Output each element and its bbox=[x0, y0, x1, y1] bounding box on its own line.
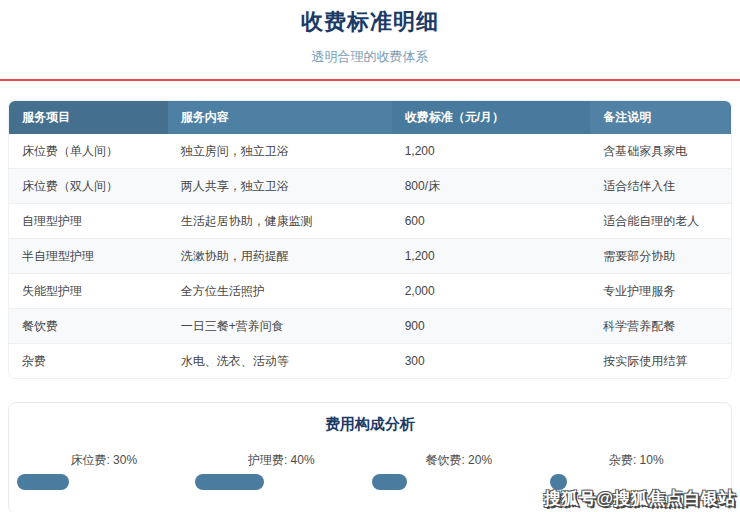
header-cell-service-item: 服务项目 bbox=[9, 101, 168, 134]
table-cell: 900 bbox=[392, 309, 591, 344]
chart-label: 床位费: 30% bbox=[17, 453, 191, 467]
header-cell-fee-standard: 收费标准（元/月） bbox=[392, 101, 591, 134]
chart-item-bed-fee: 床位费: 30% bbox=[15, 453, 193, 490]
table-cell: 床位费（单人间） bbox=[9, 134, 168, 169]
page-subtitle: 透明合理的收费体系 bbox=[0, 48, 740, 66]
table-row: 自理型护理 生活起居协助，健康监测 600 适合能自理的老人 bbox=[9, 204, 731, 239]
chart-item-nursing-fee: 护理费: 40% bbox=[193, 453, 371, 490]
table-cell: 800/床 bbox=[392, 169, 591, 204]
table-row: 半自理型护理 洗漱协助，用药提醒 1,200 需要部分协助 bbox=[9, 239, 731, 274]
red-divider bbox=[0, 79, 740, 81]
table-cell: 适合能自理的老人 bbox=[590, 204, 731, 239]
table-cell: 餐饮费 bbox=[9, 309, 168, 344]
chart-label: 杂费: 10% bbox=[550, 453, 724, 467]
table-cell: 两人共享，独立卫浴 bbox=[168, 169, 392, 204]
table-cell: 适合结伴入住 bbox=[590, 169, 731, 204]
table-cell: 按实际使用结算 bbox=[590, 344, 731, 378]
table-cell: 半自理型护理 bbox=[9, 239, 168, 274]
table-cell: 水电、洗衣、活动等 bbox=[168, 344, 392, 378]
table-row: 杂费 水电、洗衣、活动等 300 按实际使用结算 bbox=[9, 344, 731, 378]
table-cell: 科学营养配餐 bbox=[590, 309, 731, 344]
sohu-watermark: 搜狐号@搜狐焦点白银站 bbox=[544, 487, 736, 510]
table-cell: 1,200 bbox=[392, 134, 591, 169]
header-cell-remarks: 备注说明 bbox=[590, 101, 731, 134]
table-row: 失能型护理 全方位生活照护 2,000 专业护理服务 bbox=[9, 274, 731, 309]
chart-label: 餐饮费: 20% bbox=[372, 453, 546, 467]
table-cell: 1,200 bbox=[392, 239, 591, 274]
table-cell: 含基础家具家电 bbox=[590, 134, 731, 169]
table-cell: 自理型护理 bbox=[9, 204, 168, 239]
table-cell: 300 bbox=[392, 344, 591, 378]
cost-card-title: 费用构成分析 bbox=[9, 403, 731, 433]
chart-bar bbox=[195, 474, 264, 490]
fee-table-container: 服务项目 服务内容 收费标准（元/月） 备注说明 床位费（单人间） 独立房间，独… bbox=[8, 100, 732, 379]
table-cell: 杂费 bbox=[9, 344, 168, 378]
table-cell: 生活起居协助，健康监测 bbox=[168, 204, 392, 239]
table-cell: 2,000 bbox=[392, 274, 591, 309]
table-cell: 专业护理服务 bbox=[590, 274, 731, 309]
table-cell: 一日三餐+营养间食 bbox=[168, 309, 392, 344]
chart-bar bbox=[372, 474, 407, 490]
table-cell: 床位费（双人间） bbox=[9, 169, 168, 204]
chart-item-misc-fee: 杂费: 10% bbox=[548, 453, 726, 490]
table-cell: 失能型护理 bbox=[9, 274, 168, 309]
chart-item-meal-fee: 餐饮费: 20% bbox=[370, 453, 548, 490]
table-header-row: 服务项目 服务内容 收费标准（元/月） 备注说明 bbox=[9, 101, 731, 134]
fee-table: 服务项目 服务内容 收费标准（元/月） 备注说明 床位费（单人间） 独立房间，独… bbox=[9, 101, 731, 378]
cost-composition-chart: 床位费: 30% 护理费: 40% 餐饮费: 20% 杂费: 10% bbox=[9, 453, 731, 490]
table-cell: 600 bbox=[392, 204, 591, 239]
chart-bar bbox=[17, 474, 69, 490]
table-row: 床位费（双人间） 两人共享，独立卫浴 800/床 适合结伴入住 bbox=[9, 169, 731, 204]
table-row: 餐饮费 一日三餐+营养间食 900 科学营养配餐 bbox=[9, 309, 731, 344]
table-row: 床位费（单人间） 独立房间，独立卫浴 1,200 含基础家具家电 bbox=[9, 134, 731, 169]
table-cell: 洗漱协助，用药提醒 bbox=[168, 239, 392, 274]
table-cell: 需要部分协助 bbox=[590, 239, 731, 274]
table-cell: 全方位生活照护 bbox=[168, 274, 392, 309]
table-cell: 独立房间，独立卫浴 bbox=[168, 134, 392, 169]
chart-label: 护理费: 40% bbox=[195, 453, 369, 467]
page-title: 收费标准明细 bbox=[0, 0, 740, 37]
header-cell-service-content: 服务内容 bbox=[168, 101, 392, 134]
